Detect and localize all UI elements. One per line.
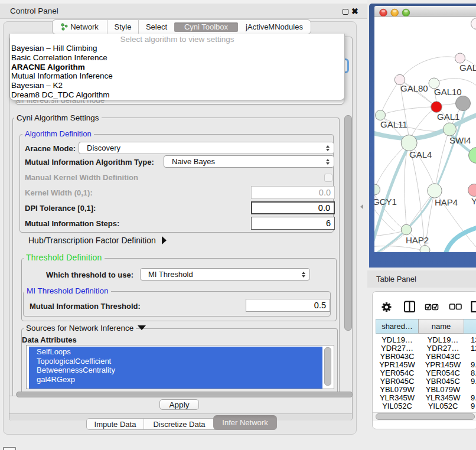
svg-text:GAL1: GAL1 [437,112,459,122]
svg-text:GAL10: GAL10 [434,87,462,97]
svg-text:SWI4: SWI4 [449,135,471,145]
svg-text:Y: Y [471,196,476,206]
svg-text:GAL80: GAL80 [400,83,428,93]
svg-text:GCY1: GCY1 [374,197,397,207]
svg-text:GAL4: GAL4 [409,149,432,159]
svg-text:HAP4: HAP4 [435,197,458,207]
svg-text:GAL2: GAL2 [459,63,476,73]
svg-text:GAL11: GAL11 [380,119,407,129]
svg-text:HAP2: HAP2 [406,235,429,245]
